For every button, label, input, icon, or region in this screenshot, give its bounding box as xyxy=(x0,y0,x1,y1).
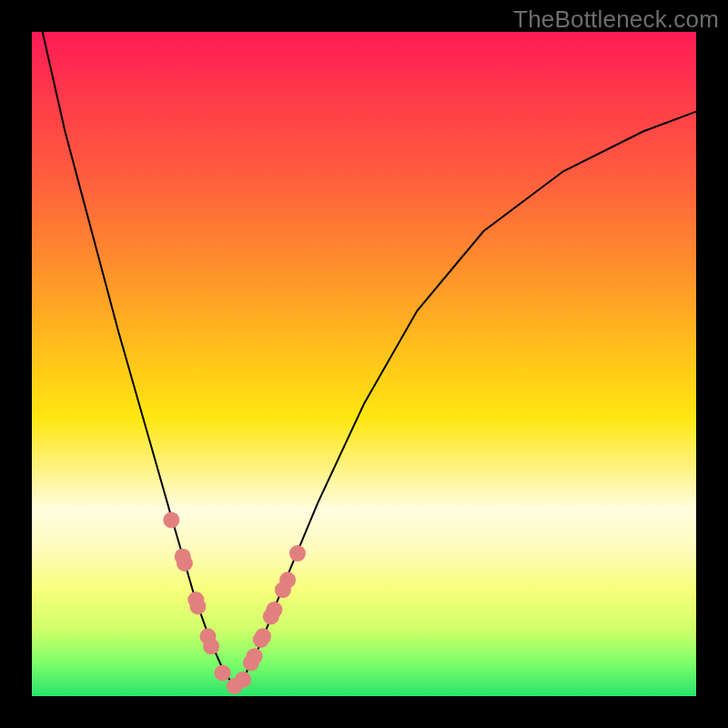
curve-marker xyxy=(255,628,271,644)
bottleneck-curve xyxy=(43,32,696,686)
chart-frame: TheBottleneck.com xyxy=(0,0,728,728)
chart-svg xyxy=(32,32,696,696)
marker-group xyxy=(163,512,306,695)
curve-marker xyxy=(215,664,231,681)
curve-marker xyxy=(163,512,179,529)
curve-marker xyxy=(190,599,207,615)
curve-marker xyxy=(177,555,193,571)
curve-marker xyxy=(266,602,282,618)
curve-marker xyxy=(247,648,263,664)
curve-marker xyxy=(235,672,251,688)
curve-marker xyxy=(203,638,219,654)
curve-marker xyxy=(289,545,306,561)
plot-area xyxy=(32,32,696,696)
curve-marker xyxy=(279,571,296,588)
watermark-text: TheBottleneck.com xyxy=(513,5,719,34)
